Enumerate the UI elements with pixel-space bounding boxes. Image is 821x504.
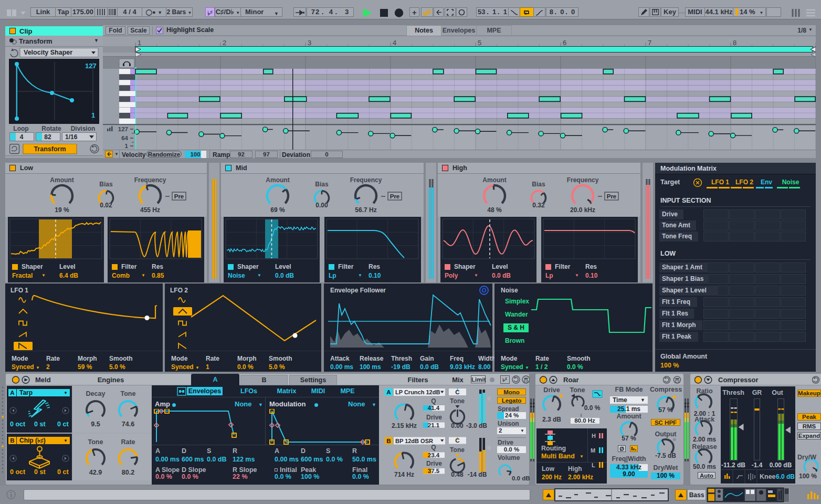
svg-text:23.4: 23.4 — [428, 452, 440, 458]
svg-text:42.9: 42.9 — [89, 469, 102, 476]
svg-text:0.0 dB: 0.0 dB — [512, 475, 530, 481]
svg-text:56.7 Hz: 56.7 Hz — [355, 206, 376, 214]
svg-text:B: B — [386, 438, 391, 444]
svg-text:37.5: 37.5 — [428, 468, 440, 474]
svg-text:0.00: 0.00 — [315, 202, 328, 209]
svg-text:8: 8 — [733, 39, 736, 47]
svg-text:Q: Q — [431, 397, 436, 405]
svg-text:LP Crunch 12dB: LP Crunch 12dB — [395, 389, 440, 395]
svg-text:74.6: 74.6 — [122, 421, 134, 428]
svg-text:Transform: Transform — [34, 145, 66, 153]
svg-text:Amount: Amount — [482, 176, 506, 184]
svg-text:80.0 Hz: 80.0 Hz — [574, 417, 595, 424]
svg-text:M: M — [591, 447, 595, 454]
svg-text:48 %: 48 % — [487, 206, 502, 214]
svg-text:50.0 ms: 50.0 ms — [693, 463, 716, 469]
svg-text:0.02: 0.02 — [100, 202, 112, 209]
svg-text:714 Hz: 714 Hz — [394, 471, 414, 478]
svg-text:C: C — [455, 437, 459, 444]
svg-text:5: 5 — [478, 39, 481, 47]
svg-text:4: 4 — [20, 133, 24, 141]
svg-text:Tone: Tone — [88, 438, 103, 446]
svg-text:Bias: Bias — [99, 181, 113, 188]
svg-text:Drive: Drive — [426, 414, 442, 421]
svg-text:127: 127 — [118, 126, 128, 132]
svg-text:4: 4 — [393, 39, 396, 47]
svg-text:A: A — [386, 389, 391, 395]
svg-text:100: 100 — [190, 151, 200, 158]
svg-text:H: H — [592, 433, 596, 439]
svg-text:Tone: Tone — [450, 446, 465, 454]
svg-text:BP 12dB OSR: BP 12dB OSR — [395, 438, 433, 444]
svg-text:Tone: Tone — [121, 390, 136, 397]
svg-text:Frequency: Frequency — [567, 176, 599, 184]
svg-text:Pre: Pre — [174, 193, 184, 200]
svg-text:Tone: Tone — [570, 386, 585, 394]
svg-text:1/16: 1/16 — [65, 133, 78, 141]
svg-text:C: C — [455, 389, 459, 395]
svg-text:6.0 dB: 6.0 dB — [776, 473, 795, 480]
svg-text:2.3 dB: 2.3 dB — [542, 416, 561, 423]
svg-text:Frequency: Frequency — [134, 176, 166, 184]
svg-text:7: 7 — [648, 39, 651, 47]
svg-text:♭♯: ♭♯ — [502, 376, 507, 383]
svg-text:80.2: 80.2 — [122, 469, 134, 476]
svg-text:-14 dB: -14 dB — [468, 471, 487, 478]
svg-text:Amount: Amount — [266, 176, 289, 184]
svg-text:Drive: Drive — [426, 460, 442, 467]
svg-text:19 %: 19 % — [55, 206, 69, 214]
svg-text:6: 6 — [563, 39, 566, 47]
svg-text:1: 1 — [91, 111, 95, 119]
svg-text:Q: Q — [431, 444, 436, 451]
svg-text:64: 64 — [121, 135, 128, 141]
svg-text:Decay: Decay — [86, 390, 106, 397]
svg-text:0.00: 0.00 — [451, 422, 464, 429]
svg-text:Rate: Rate — [121, 438, 135, 446]
svg-text:Bias: Bias — [532, 181, 545, 188]
svg-text:2: 2 — [223, 39, 226, 47]
svg-text:21.1: 21.1 — [428, 422, 440, 428]
svg-text:Tone: Tone — [450, 397, 465, 405]
svg-text:Drive: Drive — [543, 386, 560, 394]
svg-text:82: 82 — [44, 133, 51, 141]
svg-text:0.48: 0.48 — [451, 471, 464, 478]
svg-text:127: 127 — [85, 62, 97, 70]
svg-text:Velocity Shaper: Velocity Shaper — [24, 49, 72, 56]
svg-text:455 Hz: 455 Hz — [140, 206, 160, 214]
svg-text:-3.0 dB: -3.0 dB — [466, 422, 487, 429]
svg-text:3: 3 — [308, 39, 311, 47]
svg-text:1: 1 — [125, 143, 129, 149]
svg-text:41.4: 41.4 — [428, 405, 440, 411]
svg-text:2.00 ms: 2.00 ms — [693, 436, 716, 443]
svg-text:1: 1 — [138, 39, 141, 47]
svg-text:20.0 kHz: 20.0 kHz — [570, 206, 595, 214]
svg-text:Pre: Pre — [607, 193, 617, 200]
svg-text:69 %: 69 % — [270, 206, 285, 214]
svg-text:Bias: Bias — [315, 181, 329, 188]
svg-text:2.15 kHz: 2.15 kHz — [392, 422, 417, 429]
svg-text:0.32: 0.32 — [532, 202, 545, 209]
svg-text:Knee: Knee — [760, 473, 776, 480]
svg-text:9.5: 9.5 — [91, 421, 100, 428]
svg-text:Frequency: Frequency — [350, 176, 382, 184]
svg-text:L: L — [592, 462, 595, 468]
svg-text:Pre: Pre — [390, 193, 400, 200]
svg-text:0.0 %: 0.0 % — [584, 404, 601, 412]
svg-text:Amount: Amount — [50, 176, 73, 184]
